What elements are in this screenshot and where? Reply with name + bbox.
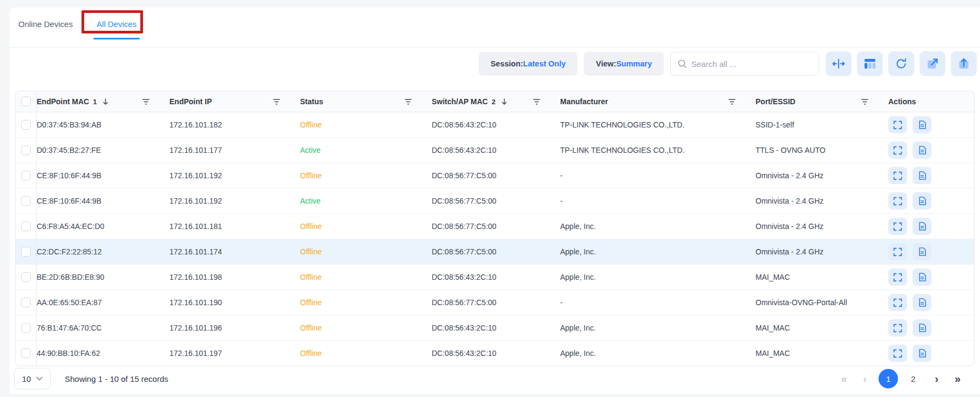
row-select-cell: [15, 315, 37, 341]
row-checkbox[interactable]: [21, 196, 31, 206]
device-report-button[interactable]: [913, 192, 931, 210]
sort-button[interactable]: [499, 97, 509, 107]
upload-button[interactable]: [951, 51, 977, 76]
filter-button[interactable]: [860, 97, 870, 106]
filter-button[interactable]: [532, 97, 542, 106]
manufacturer-cell: Apple, Inc.: [560, 341, 756, 366]
device-report-button[interactable]: [913, 319, 931, 337]
endpoint-mac-cell: D0:37:45:B3:94:AB: [37, 112, 169, 138]
table-row[interactable]: 76:B1:47:6A:70:CC 172.16.101.196 Offline…: [15, 315, 975, 341]
column-header-manufacturer: Manufacturer: [560, 91, 756, 112]
document-icon: [918, 298, 926, 307]
status-badge: Offline: [300, 247, 322, 256]
row-checkbox[interactable]: [21, 272, 31, 282]
last-page-button[interactable]: »: [950, 371, 965, 387]
filter-button[interactable]: [271, 97, 282, 106]
table-row[interactable]: CE:8F:10:6F:44:9B 172.16.101.192 Active …: [15, 189, 975, 214]
row-checkbox[interactable]: [21, 171, 31, 180]
open-external-button[interactable]: [920, 51, 945, 76]
device-report-button[interactable]: [913, 218, 931, 235]
page-button-2[interactable]: 2: [903, 369, 923, 388]
filter-button[interactable]: [727, 97, 737, 106]
first-page-button[interactable]: «: [836, 371, 851, 387]
endpoint-ip-cell: 172.16.101.192: [169, 189, 300, 214]
row-select-cell: [15, 138, 37, 163]
view-filter-button[interactable]: View:Summary: [584, 52, 664, 76]
refresh-button[interactable]: [888, 51, 914, 76]
device-report-button[interactable]: [913, 116, 931, 133]
table-row[interactable]: C2:DC:F2:22:85:12 172.16.101.174 Offline…: [15, 239, 975, 265]
actions-cell: [888, 341, 975, 366]
expand-details-button[interactable]: [888, 116, 907, 133]
row-checkbox[interactable]: [21, 323, 31, 333]
expand-details-button[interactable]: [888, 268, 907, 286]
search-input[interactable]: [691, 59, 812, 69]
column-header-endpoint-mac: EndPoint MAC 1: [37, 91, 169, 112]
device-report-button[interactable]: [913, 294, 931, 311]
status-cell: Active: [300, 189, 432, 214]
expand-details-button[interactable]: [888, 243, 907, 260]
table-row[interactable]: C6:F8:A5:4A:EC:D0 172.16.101.181 Offline…: [15, 214, 975, 239]
expand-details-button[interactable]: [888, 167, 907, 184]
row-checkbox[interactable]: [21, 298, 31, 307]
expand-details-button[interactable]: [888, 319, 907, 337]
row-checkbox[interactable]: [21, 145, 31, 155]
device-report-button[interactable]: [913, 142, 931, 159]
document-icon: [918, 146, 926, 154]
manufacturer-cell: Apple, Inc.: [560, 239, 756, 265]
endpoint-mac-cell: C6:F8:A5:4A:EC:D0: [37, 214, 169, 239]
table-row[interactable]: D0:37:45:B2:27:FE 172.16.101.177 Active …: [15, 138, 975, 163]
row-select-cell: [15, 290, 37, 315]
tab-all-devices[interactable]: All Devices: [94, 16, 139, 39]
filter-button[interactable]: [141, 97, 151, 106]
page-button-1[interactable]: 1: [879, 369, 898, 388]
next-page-button[interactable]: ›: [930, 371, 943, 387]
row-checkbox[interactable]: [21, 348, 31, 358]
tab-label: Online Devices: [18, 19, 73, 29]
filter-button[interactable]: [403, 97, 413, 106]
expand-columns-button[interactable]: [826, 51, 852, 76]
table-row[interactable]: BE:2D:6B:BD:E8:90 172.16.101.198 Offline…: [15, 265, 975, 290]
tab-online-devices[interactable]: Online Devices: [16, 16, 75, 39]
device-report-button[interactable]: [913, 268, 931, 286]
endpoint-mac-cell: BE:2D:6B:BD:E8:90: [37, 265, 169, 290]
device-report-button[interactable]: [913, 345, 931, 362]
device-report-button[interactable]: [913, 243, 931, 260]
row-checkbox[interactable]: [21, 120, 31, 130]
table-row[interactable]: 44:90:BB:10:FA:62 172.16.101.197 Offline…: [15, 341, 975, 366]
table-row[interactable]: D0:37:45:B3:94:AB 172.16.101.182 Offline…: [15, 112, 975, 138]
table-row[interactable]: CE:8F:10:6F:44:9B 172.16.101.192 Offline…: [15, 163, 975, 189]
fullscreen-expand-icon: [893, 324, 902, 333]
expand-details-button[interactable]: [888, 142, 907, 159]
select-all-checkbox[interactable]: [21, 97, 31, 106]
fullscreen-expand-icon: [893, 222, 902, 231]
column-label: Actions: [888, 97, 916, 106]
endpoint-ip-cell: 172.16.101.174: [169, 239, 300, 265]
row-checkbox[interactable]: [21, 221, 31, 231]
document-icon: [918, 171, 926, 180]
page-size-select[interactable]: 10: [14, 368, 51, 389]
header-select-all-cell: [15, 91, 37, 112]
expand-details-button[interactable]: [888, 345, 907, 362]
upload-icon: [957, 57, 970, 70]
column-header-actions: Actions: [888, 91, 975, 112]
sort-button[interactable]: [100, 97, 111, 107]
expand-details-button[interactable]: [888, 294, 907, 311]
fullscreen-expand-icon: [893, 120, 902, 130]
filter-icon: [142, 98, 150, 105]
columns-icon: [863, 58, 876, 70]
filter-icon: [533, 98, 541, 105]
switch-ap-mac-cell: DC:08:56:43:2C:10: [432, 138, 560, 163]
switch-ap-mac-cell: DC:08:56:77:C5:00: [432, 290, 560, 315]
expand-details-button[interactable]: [888, 218, 907, 235]
session-filter-button[interactable]: Session:Latest Only: [479, 52, 577, 76]
row-checkbox[interactable]: [21, 247, 31, 257]
device-report-button[interactable]: [913, 167, 931, 184]
row-select-cell: [15, 265, 37, 290]
status-badge: Offline: [300, 298, 322, 307]
expand-details-button[interactable]: [888, 192, 907, 210]
columns-button[interactable]: [857, 51, 883, 76]
previous-page-button[interactable]: ‹: [859, 371, 872, 387]
port-essid-cell: MAI_MAC: [756, 341, 888, 366]
table-row[interactable]: AA:0E:65:50:EA:87 172.16.101.190 Offline…: [15, 290, 975, 315]
